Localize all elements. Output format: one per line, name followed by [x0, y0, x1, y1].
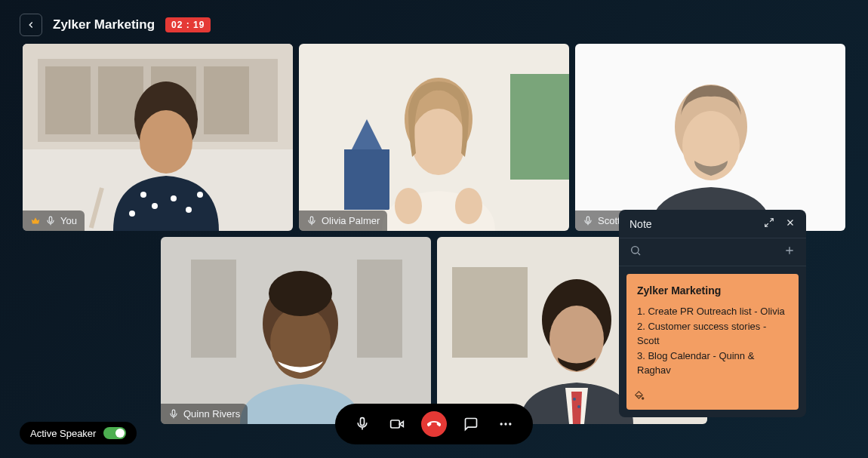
plus-icon: [783, 244, 796, 257]
svg-rect-16: [49, 217, 52, 222]
svg-point-41: [573, 398, 576, 401]
close-button[interactable]: [785, 217, 796, 230]
svg-point-22: [411, 109, 466, 175]
hangup-button[interactable]: [421, 411, 447, 437]
more-icon: [498, 417, 513, 432]
participant-video: [23, 44, 293, 231]
svg-point-35: [269, 271, 332, 316]
participant-tile[interactable]: Olivia Palmer: [299, 44, 569, 231]
svg-point-9: [140, 192, 146, 198]
mute-button[interactable]: [352, 413, 373, 435]
sticky-note-line: 1. Create PR Outreach list - Olivia: [637, 304, 788, 319]
phone-icon: [427, 417, 441, 431]
mic-icon: [168, 409, 179, 420]
svg-rect-44: [391, 420, 400, 428]
svg-point-8: [140, 110, 192, 174]
svg-rect-32: [357, 260, 402, 358]
sticky-note-line: 3. Blog Calendar - Quinn & Raghav: [637, 349, 788, 378]
active-speaker-toggle[interactable]: [103, 427, 126, 439]
video-button[interactable]: [386, 413, 408, 435]
svg-rect-3: [45, 66, 91, 134]
sticky-note-title: Zylker Marketing: [637, 284, 788, 297]
active-speaker-label: Active Speaker: [30, 428, 96, 439]
host-icon: [30, 216, 41, 226]
svg-rect-36: [172, 410, 175, 415]
back-button[interactable]: [20, 14, 42, 36]
meeting-timer: 02 : 19: [165, 17, 211, 32]
svg-rect-29: [586, 217, 589, 222]
sticky-note-line: 2. Customer success stories - Scott: [637, 319, 788, 349]
participant-name: Scott: [598, 215, 620, 226]
participant-name: Quinn Rivers: [183, 408, 240, 420]
svg-rect-38: [452, 267, 528, 358]
svg-rect-18: [510, 74, 569, 180]
svg-rect-6: [204, 66, 249, 134]
meeting-title: Zylker Marketing: [53, 17, 155, 32]
chat-icon: [463, 417, 479, 432]
paint-bucket-icon[interactable]: [634, 390, 645, 404]
participant-video: [299, 44, 569, 231]
video-icon: [389, 417, 405, 432]
participant-video: [161, 237, 431, 424]
svg-point-10: [152, 203, 158, 209]
close-icon: [785, 217, 796, 228]
expand-button[interactable]: [764, 217, 774, 230]
svg-line-54: [638, 253, 640, 255]
mic-icon: [583, 216, 593, 226]
mic-icon: [306, 216, 317, 226]
search-icon: [629, 244, 642, 257]
call-controls: [335, 404, 533, 444]
svg-line-50: [765, 223, 768, 226]
expand-icon: [764, 217, 774, 228]
svg-point-11: [171, 195, 177, 201]
svg-point-12: [186, 207, 192, 213]
svg-point-40: [549, 306, 604, 372]
svg-rect-25: [310, 217, 313, 222]
svg-point-24: [455, 188, 482, 224]
svg-point-42: [577, 405, 580, 408]
active-speaker-toggle-group: Active Speaker: [20, 422, 137, 444]
mic-icon: [45, 216, 56, 226]
svg-rect-31: [191, 260, 236, 358]
participant-video: [575, 44, 845, 231]
mic-icon: [355, 417, 370, 432]
chat-button[interactable]: [460, 413, 482, 435]
svg-point-13: [129, 211, 135, 217]
svg-line-49: [770, 219, 773, 222]
participant-tile[interactable]: You: [23, 44, 293, 231]
svg-point-14: [197, 192, 203, 198]
participant-tile[interactable]: Quinn Rivers: [161, 237, 431, 424]
svg-point-48: [509, 423, 511, 425]
participant-name: You: [60, 215, 77, 226]
svg-rect-43: [361, 418, 365, 426]
svg-point-47: [504, 423, 506, 425]
sticky-note[interactable]: Zylker Marketing 1. Create PR Outreach l…: [626, 274, 799, 410]
svg-point-46: [500, 423, 503, 425]
participant-tile[interactable]: Scott: [575, 44, 845, 231]
more-button[interactable]: [495, 413, 516, 435]
svg-point-23: [395, 188, 422, 224]
note-search-button[interactable]: [629, 244, 642, 260]
svg-rect-19: [344, 149, 389, 210]
note-panel: Note Zylker Marketing 1. Create PR Outre…: [619, 210, 806, 417]
participant-name: Olivia Palmer: [322, 215, 380, 226]
svg-point-57: [642, 398, 644, 399]
note-panel-title: Note: [629, 218, 652, 230]
svg-point-53: [632, 247, 639, 254]
chevron-left-icon: [26, 20, 36, 30]
note-add-button[interactable]: [783, 244, 796, 260]
